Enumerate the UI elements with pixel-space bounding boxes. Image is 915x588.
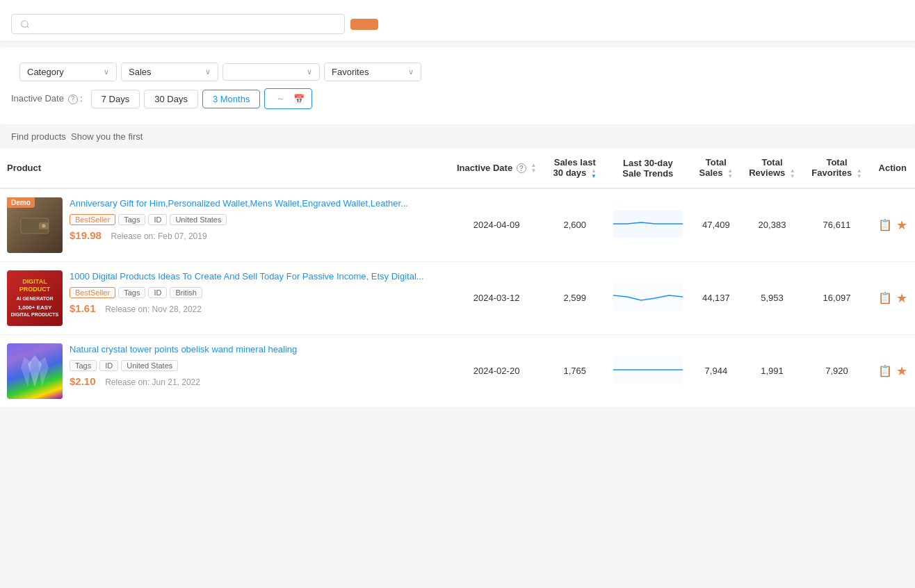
inactive-date-cell: 2024-04-09: [448, 188, 545, 262]
favorite-star-icon[interactable]: ★: [896, 291, 907, 306]
total-sales-sort[interactable]: ▲ ▼: [727, 168, 733, 179]
col-help-icon[interactable]: ?: [517, 163, 526, 173]
product-info: Anniversary Gift for Him,Personalized Wa…: [70, 197, 441, 241]
favorites-select[interactable]: Favorites ∨: [324, 63, 421, 81]
total-favorites-cell: 76,611: [803, 188, 870, 262]
col-total-favorites: TotalFavorites ▲ ▼: [803, 149, 870, 188]
products-table: Product Inactive Date ? ▲ ▼ Sales last30…: [0, 149, 915, 408]
total-sales-cell: 47,409: [691, 188, 740, 262]
svg-marker-8: [38, 357, 49, 387]
total-reviews-sort[interactable]: ▲ ▼: [790, 168, 795, 179]
total-reviews-cell: 1,991: [740, 334, 803, 407]
list-view-icon[interactable]: 📋: [878, 364, 892, 377]
search-input-wrap: [11, 14, 345, 34]
result-show-text: Show you the first: [71, 131, 143, 142]
col-total-reviews: TotalReviews ▲ ▼: [740, 149, 803, 188]
3months-button[interactable]: 3 Months: [202, 90, 260, 108]
basic-filter-row: Category ∨ Sales ∨ ∨ Favorites ∨: [11, 63, 904, 81]
trend-chart-cell: [604, 188, 691, 262]
product-price: $2.10: [70, 375, 96, 387]
product-title[interactable]: Anniversary Gift for Him,Personalized Wa…: [70, 197, 441, 210]
favorites-label: Favorites: [332, 67, 369, 77]
inactive-date-label: Inactive Date ? :: [11, 93, 83, 104]
product-tag: British: [170, 287, 202, 298]
product-title[interactable]: 1000 Digital Products Ideas To Create An…: [70, 270, 441, 283]
product-price: $19.98: [70, 229, 102, 241]
7days-button[interactable]: 7 Days: [91, 90, 140, 108]
sort-down: ▼: [727, 174, 733, 179]
30days-button[interactable]: 30 Days: [144, 90, 198, 108]
total-favorites-cell: 7,920: [803, 334, 870, 407]
total-reviews-select[interactable]: ∨: [222, 63, 320, 81]
total-reviews-cell: 20,383: [740, 188, 803, 262]
product-tag: ID: [148, 287, 167, 298]
search-button[interactable]: [350, 19, 378, 30]
favorite-star-icon[interactable]: ★: [896, 364, 907, 379]
product-title[interactable]: Natural crystal tower points obelisk wan…: [70, 343, 441, 356]
search-input[interactable]: [35, 19, 336, 29]
result-middle: products: [31, 131, 66, 142]
category-arrow: ∨: [104, 67, 109, 76]
product-tag: Tags: [118, 287, 145, 298]
list-view-icon[interactable]: 📋: [878, 218, 892, 231]
date-sep: ～: [276, 92, 285, 105]
inactive-date-row: Inactive Date ? : 7 Days 30 Days 3 Month…: [11, 88, 904, 109]
release-date: Release on: Jun 21, 2022: [105, 377, 200, 387]
action-icons: 📋 ★: [877, 364, 908, 379]
total-favorites-cell: 16,097: [803, 261, 870, 334]
product-tag: BestSeller: [70, 287, 115, 298]
sales-select[interactable]: Sales ∨: [121, 63, 218, 81]
demo-badge: Demo: [7, 197, 35, 208]
sales-30-cell: 2,600: [545, 188, 605, 262]
result-prefix: Find: [11, 131, 31, 142]
col-sale-trends: Last 30-daySale Trends: [604, 149, 691, 188]
action-cell: 📋 ★: [870, 188, 915, 262]
trend-chart-cell: [604, 261, 691, 334]
search-icon: [20, 19, 30, 29]
release-date: Release on: Nov 28, 2022: [105, 304, 202, 314]
tags-row: TagsIDUnited States: [70, 360, 441, 371]
help-icon[interactable]: ?: [68, 95, 78, 104]
sales-label: Sales: [129, 67, 152, 77]
col-sales-30: Sales last30 days ▲ ▼: [545, 149, 605, 188]
date-range[interactable]: ～ 📅: [264, 88, 312, 109]
table-header-row: Product Inactive Date ? ▲ ▼ Sales last30…: [0, 149, 915, 188]
calendar-icon: 📅: [293, 94, 305, 104]
action-icons: 📋 ★: [877, 291, 908, 306]
total-sales-cell: 44,137: [691, 261, 740, 334]
sales-arrow: ∨: [205, 67, 211, 76]
table-row: Demo Anniversary Gift for Him,Personaliz…: [0, 188, 915, 262]
total-sales-cell: 7,944: [691, 334, 740, 407]
inactive-date-cell: 2024-03-12: [448, 261, 545, 334]
sort-down: ▼: [531, 168, 536, 174]
col-action: Action: [870, 149, 915, 188]
tags-row: BestSellerTagsIDUnited States: [70, 214, 441, 225]
action-cell: 📋 ★: [870, 261, 915, 334]
svg-point-3: [42, 224, 46, 227]
inactive-date-sort[interactable]: ▲ ▼: [531, 163, 536, 174]
product-tag: United States: [170, 214, 227, 225]
tags-row: BestSellerTagsIDBritish: [70, 287, 441, 298]
product-info: 1000 Digital Products Ideas To Create An…: [70, 270, 441, 314]
sales30-sort[interactable]: ▲ ▼: [591, 168, 597, 179]
svg-marker-7: [21, 357, 31, 387]
table-body: Demo Anniversary Gift for Him,Personaliz…: [0, 188, 915, 408]
sales-30-cell: 2,599: [545, 261, 605, 334]
product-cell: DIGITAL PRODUCT AI GENERATOR 1,000+ EASY…: [0, 261, 448, 334]
result-info: Find products Show you the first: [0, 124, 915, 149]
total-reviews-cell: 5,953: [740, 261, 803, 334]
favorite-star-icon[interactable]: ★: [896, 218, 907, 233]
inactive-date-cell: 2024-02-20: [448, 334, 545, 407]
sort-down: ▼: [591, 174, 597, 179]
favorites-arrow: ∨: [408, 67, 414, 76]
product-info: Natural crystal tower points obelisk wan…: [70, 343, 441, 387]
product-price: $1.61: [70, 302, 96, 314]
col-product: Product: [0, 149, 448, 188]
list-view-icon[interactable]: 📋: [878, 291, 892, 304]
col-inactive-date: Inactive Date ? ▲ ▼: [448, 149, 545, 188]
total-favorites-sort[interactable]: ▲ ▼: [857, 168, 862, 179]
action-cell: 📋 ★: [870, 334, 915, 407]
search-row: [11, 14, 904, 34]
svg-point-0: [22, 20, 28, 26]
category-select[interactable]: Category ∨: [19, 63, 117, 81]
